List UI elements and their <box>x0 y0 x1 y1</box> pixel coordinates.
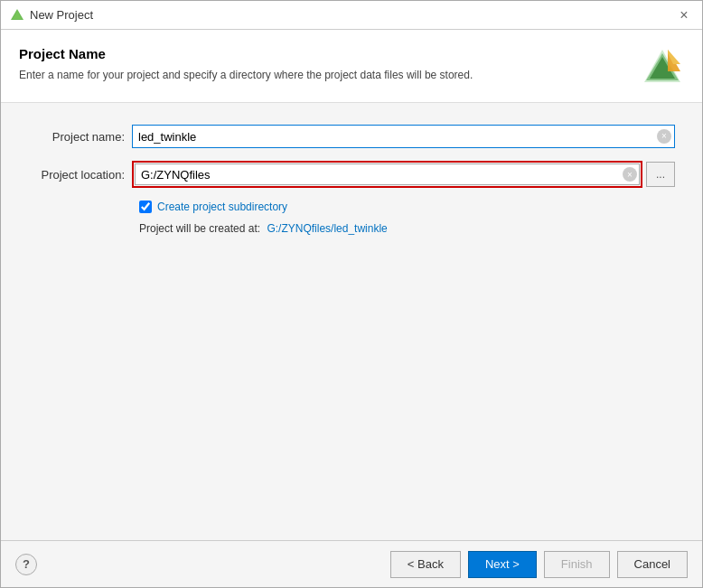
footer-right: < Back Next > Finish Cancel <box>390 551 688 578</box>
header-text: Project Name Enter a name for your proje… <box>19 46 626 83</box>
project-location-input[interactable] <box>135 163 640 185</box>
page-title: Project Name <box>19 46 626 61</box>
title-bar-icon <box>10 8 24 23</box>
footer: ? < Back Next > Finish Cancel <box>1 540 702 587</box>
title-bar-left: New Project <box>10 8 93 23</box>
create-subdirectory-row: Create project subdirectory <box>139 201 675 213</box>
close-button[interactable]: × <box>675 6 693 24</box>
create-subdirectory-checkbox[interactable] <box>139 201 152 213</box>
header-description: Enter a name for your project and specif… <box>19 67 626 83</box>
finish-button[interactable]: Finish <box>544 551 610 578</box>
path-prefix: Project will be created at: <box>139 222 260 235</box>
vivado-logo-icon <box>641 46 684 89</box>
browse-button[interactable]: ... <box>646 162 675 187</box>
project-location-row: Project location: × ... <box>28 161 675 188</box>
form-section: Project name: × Project location: × ... <box>1 103 702 540</box>
create-subdirectory-label[interactable]: Create project subdirectory <box>157 201 287 213</box>
project-name-clear-button[interactable]: × <box>657 129 671 144</box>
project-name-input-wrapper: × <box>132 125 675 148</box>
project-path-row: Project will be created at: G:/ZYNQfiles… <box>139 222 675 235</box>
title-bar: New Project × <box>1 1 702 30</box>
dialog-body: Project Name Enter a name for your proje… <box>1 30 702 540</box>
project-location-input-container: × <box>132 161 642 188</box>
project-name-input[interactable] <box>132 125 675 148</box>
cancel-button[interactable]: Cancel <box>617 551 688 578</box>
back-button[interactable]: < Back <box>390 551 461 578</box>
project-path-value: G:/ZYNQfiles/led_twinkle <box>267 222 387 235</box>
project-location-label: Project location: <box>28 168 132 182</box>
project-name-label: Project name: <box>28 130 132 144</box>
project-name-row: Project name: × <box>28 125 675 148</box>
title-bar-title: New Project <box>30 8 93 22</box>
footer-left: ? <box>15 554 37 575</box>
help-button[interactable]: ? <box>15 554 37 575</box>
project-location-wrapper: × ... <box>132 161 675 188</box>
new-project-dialog: New Project × Project Name Enter a name … <box>0 0 703 588</box>
header-section: Project Name Enter a name for your proje… <box>1 30 702 103</box>
next-button[interactable]: Next > <box>468 551 537 578</box>
project-location-clear-button[interactable]: × <box>623 167 637 182</box>
